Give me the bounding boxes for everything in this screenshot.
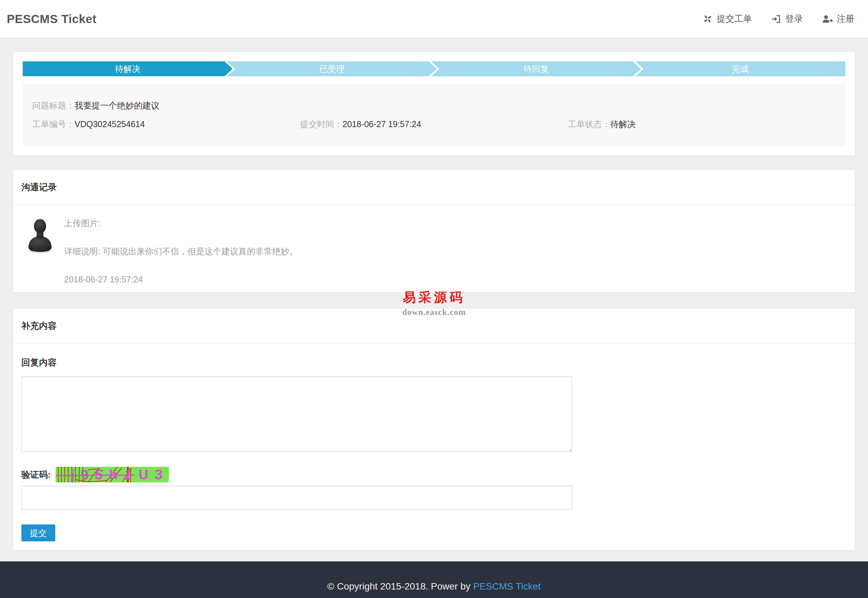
nav-login[interactable]: 登录: [771, 13, 803, 25]
step-awaiting-reply: 待回复: [431, 61, 641, 76]
captcha-char: 3: [155, 468, 162, 482]
nav-register-label: 注册: [837, 13, 855, 25]
supplement-heading: 补充内容: [13, 308, 855, 344]
captcha-input[interactable]: [21, 486, 572, 510]
ticket-status-field: 工单状态： 待解决: [568, 119, 836, 130]
message-timestamp: 2018-06-27 19:57:24: [64, 275, 298, 284]
ticket-title-field: 问题标题： 我要提一个绝妙的建议: [32, 100, 836, 111]
ticket-time-value: 2018-06-27 19:57:24: [343, 119, 421, 129]
step-done-label: 完成: [732, 63, 749, 75]
captcha-char: h: [109, 468, 118, 482]
ticket-number-value: VDQ30245254614: [75, 119, 145, 129]
ticket-info-panel: 问题标题： 我要提一个绝妙的建议 工单编号： VDQ30245254614 提交…: [23, 84, 845, 146]
communication-card: 沟通记录 上传图片:: [13, 169, 855, 293]
reply-textarea[interactable]: [21, 377, 572, 452]
captcha-char: j: [70, 468, 75, 482]
progress-steps: 待解决 已受理 待回复 完成: [23, 61, 845, 76]
pinwheel-icon: [703, 14, 713, 24]
avatar: [27, 219, 53, 284]
ticket-number-field: 工单编号： VDQ30245254614: [32, 119, 300, 130]
captcha-characters: j 9 5 h 1 U 3: [55, 467, 169, 482]
supplement-card: 补充内容 回复内容 验证码:: [13, 308, 855, 550]
ticket-title-value: 我要提一个绝妙的建议: [75, 100, 159, 111]
nav-login-label: 登录: [785, 13, 803, 25]
captcha-char: 9: [80, 468, 90, 482]
ticket-status-card: 待解决 已受理 待回复 完成 问题标题： 我要提一个绝妙的建议 工单编号：: [13, 52, 855, 156]
top-header: PESCMS Ticket 提交工单 登录: [0, 0, 868, 38]
nav-submit-ticket-label: 提交工单: [717, 13, 752, 25]
reply-content-label: 回复内容: [21, 357, 847, 368]
captcha-char: 1: [122, 467, 134, 482]
sign-in-icon: [771, 14, 781, 24]
captcha-label: 验证码:: [21, 469, 51, 481]
communication-heading: 沟通记录: [13, 170, 855, 205]
step-awaiting-reply-label: 待回复: [524, 63, 549, 75]
message-content: 上传图片: 详细说明: 可能说出来你们不信，但是这个建议真的非常绝妙。 2018…: [64, 219, 298, 284]
nav-submit-ticket[interactable]: 提交工单: [703, 13, 752, 25]
captcha-char: U: [139, 468, 148, 481]
user-plus-icon: [822, 14, 833, 24]
communication-record: 上传图片: 详细说明: 可能说出来你们不信，但是这个建议真的非常绝妙。 2018…: [13, 205, 855, 292]
ticket-number-label: 工单编号：: [32, 119, 75, 130]
message-upload-label: 上传图片:: [64, 219, 298, 228]
step-pending: 待解决: [23, 61, 233, 76]
step-accepted-label: 已受理: [319, 63, 344, 75]
copyright-text: © Copyright 2015-2018. Power by: [327, 581, 470, 592]
message-detail: 详细说明: 可能说出来你们不信，但是这个建议真的非常绝妙。: [64, 247, 298, 256]
ticket-time-label: 提交时间：: [300, 119, 343, 130]
captcha-image[interactable]: j 9 5 h 1 U 3: [55, 467, 169, 482]
ticket-time-field: 提交时间： 2018-06-27 19:57:24: [300, 119, 568, 130]
app-title: PESCMS Ticket: [7, 12, 97, 26]
ticket-title-label: 问题标题：: [32, 100, 75, 111]
captcha-char: 5: [94, 467, 104, 482]
step-pending-label: 待解决: [115, 63, 141, 75]
step-done: 完成: [635, 61, 845, 76]
footer-pescms-link[interactable]: PESCMS Ticket: [473, 581, 541, 592]
ticket-status-value: 待解决: [610, 119, 636, 130]
page-footer: © Copyright 2015-2018. Power by PESCMS T…: [0, 561, 868, 598]
step-accepted: 已受理: [227, 61, 437, 76]
ticket-status-label: 工单状态：: [568, 119, 610, 130]
nav-register[interactable]: 注册: [822, 13, 855, 25]
header-nav: 提交工单 登录 注册: [703, 13, 855, 25]
submit-button[interactable]: 提交: [21, 525, 55, 541]
